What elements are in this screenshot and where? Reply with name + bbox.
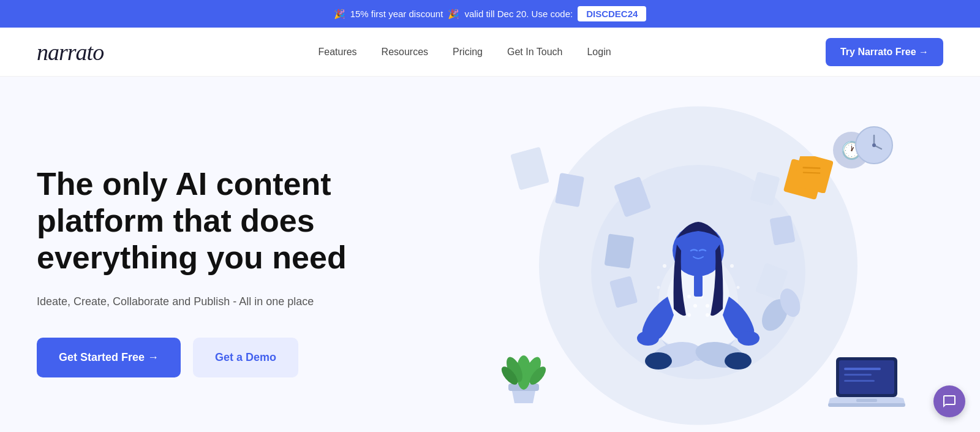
- svg-point-24: [663, 264, 666, 268]
- get-demo-button[interactable]: Get a Demo: [193, 338, 298, 377]
- svg-rect-39: [828, 403, 905, 407]
- svg-rect-4: [605, 233, 635, 268]
- hero-subtitle: Ideate, Create, Collaborate and Publish …: [37, 293, 331, 311]
- svg-point-14: [687, 313, 691, 317]
- svg-point-11: [693, 304, 697, 308]
- svg-point-25: [730, 264, 734, 268]
- svg-rect-16: [694, 275, 703, 297]
- nav-contact[interactable]: Get In Touch: [507, 47, 562, 57]
- svg-point-15: [706, 313, 709, 317]
- hero-title: The only AI content platform that does e…: [37, 166, 404, 276]
- svg-point-27: [737, 286, 740, 289]
- svg-point-17: [637, 331, 659, 346]
- svg-point-18: [737, 331, 760, 346]
- svg-point-21: [645, 352, 672, 369]
- plant-decoration: [496, 342, 551, 406]
- logo[interactable]: narrato: [37, 39, 104, 66]
- announcement-text1: 15% first year discount: [350, 9, 443, 19]
- svg-point-10: [687, 295, 691, 298]
- promo-code[interactable]: DISCDEC24: [578, 6, 646, 21]
- paper-sheet-2: [555, 173, 584, 207]
- hero-figure: [582, 143, 815, 401]
- svg-point-26: [657, 286, 660, 289]
- announcement-bar: 🎉 15% first year discount 🎉 valid till D…: [0, 0, 980, 28]
- nav-login[interactable]: Login: [587, 47, 611, 57]
- floating-clock: [854, 126, 894, 168]
- nav-features[interactable]: Features: [318, 47, 356, 57]
- hero-content: The only AI content platform that does e…: [37, 166, 453, 377]
- hero-buttons: Get Started Free → Get a Demo: [37, 338, 453, 377]
- floating-sticky: [796, 156, 833, 195]
- svg-point-22: [725, 352, 752, 369]
- chat-support-button[interactable]: [933, 385, 965, 417]
- svg-rect-40: [856, 399, 877, 402]
- laptop-decoration: [827, 354, 907, 412]
- svg-rect-37: [844, 374, 872, 376]
- svg-rect-36: [844, 368, 881, 370]
- svg-rect-45: [796, 156, 833, 193]
- svg-rect-38: [844, 380, 875, 382]
- nav-resources[interactable]: Resources: [382, 47, 428, 57]
- announcement-emoji2: 🎉: [448, 9, 459, 20]
- svg-point-13: [706, 304, 709, 308]
- svg-point-44: [872, 143, 876, 147]
- paper-sheet-1: [510, 147, 549, 191]
- nav-pricing[interactable]: Pricing: [453, 47, 483, 57]
- svg-rect-35: [839, 360, 894, 394]
- hero-section: The only AI content platform that does e…: [0, 77, 980, 430]
- nav-links: Features Resources Pricing Get In Touch …: [318, 47, 611, 58]
- hero-illustration: 🕐: [453, 113, 943, 430]
- announcement-emoji1: 🎉: [334, 9, 345, 20]
- announcement-text2: valid till Dec 20. Use code:: [464, 9, 573, 19]
- get-started-button[interactable]: Get Started Free →: [37, 338, 181, 377]
- nav-cta-button[interactable]: Try Narrato Free →: [826, 38, 943, 66]
- navigation: narrato Features Resources Pricing Get I…: [0, 28, 980, 77]
